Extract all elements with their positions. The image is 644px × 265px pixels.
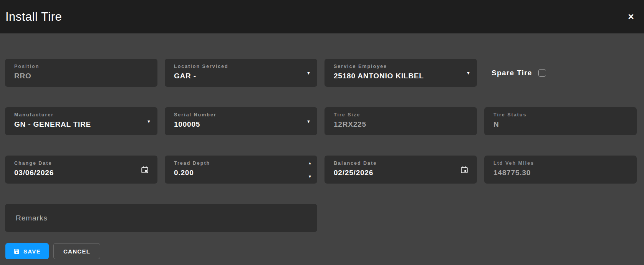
modal-header: Install Tire ✕	[0, 0, 644, 33]
stepper-down-icon[interactable]: ▼	[308, 175, 312, 179]
location-serviced-select[interactable]: Location Serviced GAR - ▼	[165, 59, 317, 87]
change-date-input[interactable]: Change Date 03/06/2026	[5, 156, 157, 184]
balanced-date-label: Balanced Date	[334, 161, 462, 166]
chevron-down-icon: ▼	[466, 71, 470, 75]
save-icon	[13, 248, 20, 255]
position-field: Position RRO	[5, 59, 157, 87]
manufacturer-value: GN - GENERAL TIRE	[14, 120, 142, 129]
balanced-date-value: 02/25/2026	[334, 169, 462, 177]
tread-depth-value: 0.200	[174, 169, 302, 177]
serial-number-label: Serial Number	[174, 112, 302, 118]
remarks-textarea[interactable]: Remarks	[5, 204, 317, 232]
position-value: RRO	[14, 72, 142, 80]
serial-number-select[interactable]: Serial Number 100005 ▼	[165, 107, 317, 135]
chevron-down-icon: ▼	[147, 119, 151, 123]
close-button[interactable]: ✕	[625, 11, 637, 23]
service-employee-label: Service Employee	[334, 64, 462, 69]
chevron-down-icon: ▼	[306, 71, 311, 75]
tire-size-value: 12RX225	[334, 120, 462, 129]
chevron-down-icon: ▼	[306, 119, 311, 123]
remarks-placeholder: Remarks	[16, 214, 48, 222]
save-button[interactable]: SAVE	[5, 243, 49, 259]
change-date-value: 03/06/2026	[14, 169, 142, 177]
location-serviced-value: GAR -	[174, 72, 302, 80]
tire-status-value: N	[493, 120, 621, 129]
ltd-veh-miles-field: Ltd Veh Miles 148775.30	[484, 156, 637, 184]
location-serviced-label: Location Serviced	[174, 64, 302, 69]
tread-depth-stepper[interactable]: Tread Depth 0.200 ▲ ▼	[165, 156, 317, 184]
serial-number-value: 100005	[174, 120, 302, 129]
change-date-label: Change Date	[14, 161, 142, 166]
cancel-button[interactable]: CANCEL	[53, 243, 100, 259]
ltd-veh-miles-value: 148775.30	[493, 169, 621, 177]
spare-tire-group: Spare Tire	[484, 59, 637, 87]
position-label: Position	[14, 64, 142, 69]
spare-tire-checkbox[interactable]	[538, 69, 546, 77]
install-tire-modal: Install Tire ✕ Position RRO Location Ser…	[0, 0, 644, 259]
service-employee-value: 25180 ANTONIO KILBEL	[334, 72, 462, 80]
action-buttons: SAVE CANCEL	[5, 243, 637, 259]
manufacturer-select[interactable]: Manufacturer GN - GENERAL TIRE ▼	[5, 107, 157, 135]
balanced-date-input[interactable]: Balanced Date 02/25/2026	[324, 156, 477, 184]
close-icon: ✕	[627, 12, 634, 22]
spare-tire-label: Spare Tire	[492, 69, 532, 77]
calendar-icon[interactable]	[460, 166, 469, 174]
tire-size-field: Tire Size 12RX225	[324, 107, 477, 135]
form-grid: Position RRO Location Serviced GAR - ▼ S…	[5, 59, 637, 232]
modal-body: Position RRO Location Serviced GAR - ▼ S…	[0, 33, 644, 259]
calendar-icon[interactable]	[141, 166, 149, 174]
tire-size-label: Tire Size	[334, 112, 462, 118]
cancel-button-label: CANCEL	[63, 248, 90, 255]
tire-status-label: Tire Status	[493, 112, 621, 118]
manufacturer-label: Manufacturer	[14, 112, 142, 118]
save-button-label: SAVE	[23, 248, 41, 255]
modal-title: Install Tire	[5, 10, 62, 24]
tire-status-field: Tire Status N	[484, 107, 637, 135]
stepper-up-icon[interactable]: ▲	[308, 161, 312, 165]
ltd-veh-miles-label: Ltd Veh Miles	[493, 161, 621, 166]
service-employee-select[interactable]: Service Employee 25180 ANTONIO KILBEL ▼	[324, 59, 477, 87]
tread-depth-label: Tread Depth	[174, 161, 302, 166]
